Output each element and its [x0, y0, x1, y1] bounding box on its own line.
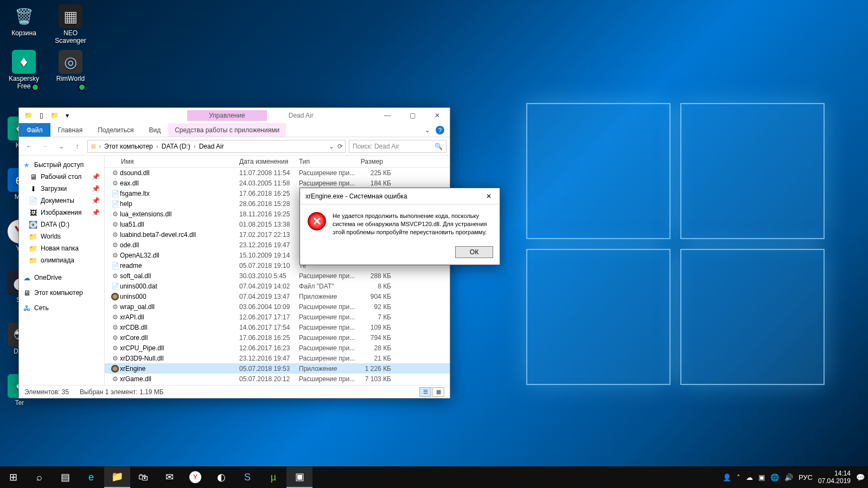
titlebar[interactable]: 📁 ▯ 📁 ▾ Управление Dead Air — ▢ ✕ — [19, 108, 450, 123]
crumb-pc[interactable]: Этот компьютер — [103, 143, 154, 150]
ok-button[interactable]: ОК — [455, 246, 493, 258]
desktop-icon-neo[interactable]: ▦NEO Scavenger — [51, 4, 90, 44]
search-button[interactable]: ⌕ — [26, 466, 52, 488]
ribbon-home[interactable]: Главная — [50, 123, 91, 137]
yandex-icon[interactable]: Y — [182, 466, 208, 488]
file-row[interactable]: ⚙xrGameSpy.dll18.06.2017 10:11Расширение… — [105, 384, 450, 385]
file-icon — [110, 365, 120, 373]
file-row[interactable]: ⚙wrap_oal.dll03.06.2004 10:09Расширение … — [105, 301, 450, 312]
volume-icon[interactable]: 🔊 — [784, 473, 793, 481]
side-olymp[interactable]: 📁олимпиада — [19, 254, 104, 266]
store-icon[interactable]: 🛍 — [130, 466, 156, 488]
addr-drop-icon[interactable]: ⌄ — [329, 143, 334, 150]
file-row[interactable]: xrEngine05.07.2018 19:53Приложение1 226 … — [105, 363, 450, 374]
search-box[interactable]: Поиск: Dead Air🔍 — [349, 140, 446, 153]
side-desktop[interactable]: 🖥Рабочий стол📌 — [19, 171, 104, 183]
explorer-taskbar-icon[interactable]: 📁 — [104, 466, 130, 488]
start-button[interactable]: ⊞ — [0, 466, 26, 488]
desktop-icon-recycle[interactable]: 🗑️Корзина — [4, 4, 43, 44]
clock[interactable]: 14:1407.04.2019 — [818, 470, 851, 485]
utorrent-icon[interactable]: µ — [260, 466, 286, 488]
crumb-folder[interactable]: Dead Air — [198, 143, 225, 150]
ribbon-apptools[interactable]: Средства работы с приложениями — [168, 123, 286, 137]
tray-app-icon[interactable]: ▣ — [758, 473, 765, 481]
steam-icon[interactable]: ◐ — [208, 466, 234, 488]
side-onedrive[interactable]: ☁OneDrive — [19, 272, 104, 284]
tray-expand-icon[interactable]: ˄ — [737, 473, 741, 481]
app-taskbar-icon[interactable]: ▣ — [286, 466, 312, 488]
ribbon-expand-icon[interactable]: ⌄ — [425, 126, 430, 134]
file-row[interactable]: 📄unins000.dat07.04.2019 14:02Файл "DAT"8… — [105, 281, 450, 291]
file-row[interactable]: ⚙xrCPU_Pipe.dll12.06.2017 16:23Расширени… — [105, 343, 450, 353]
file-date: 17.06.2018 16:25 — [239, 334, 299, 342]
file-row[interactable]: ⚙dsound.dll11.07.2008 11:54Расширение пр… — [105, 168, 450, 178]
file-size: 28 КБ — [358, 344, 391, 352]
close-button[interactable]: ✕ — [425, 108, 450, 123]
view-details-icon[interactable]: ☰ — [419, 387, 431, 397]
file-row[interactable]: ⚙soft_oal.dll30.03.2010 5:45Расширение п… — [105, 271, 450, 281]
dialog-titlebar[interactable]: xrEngine.exe - Системная ошибка ✕ — [300, 188, 500, 204]
file-row[interactable]: unins00007.04.2019 13:47Приложение904 КБ — [105, 291, 450, 301]
action-center-icon[interactable]: 💬 — [856, 473, 865, 481]
side-network[interactable]: 🖧Сеть — [19, 302, 104, 314]
qat-dropdown-icon[interactable]: ▾ — [61, 110, 73, 121]
ribbon-file[interactable]: Файл — [19, 123, 50, 137]
side-pictures[interactable]: 🖼Изображения📌 — [19, 207, 104, 219]
file-row[interactable]: ⚙xrCDB.dll14.06.2017 17:54Расширение при… — [105, 322, 450, 332]
crumb-drive[interactable]: DATA (D:) — [161, 143, 192, 150]
qat-new-icon[interactable]: 📁 — [48, 110, 60, 121]
quick-access[interactable]: ★Быстрый доступ — [19, 159, 104, 171]
lang-indicator[interactable]: РУС — [799, 473, 813, 481]
ribbon-share[interactable]: Поделиться — [90, 123, 141, 137]
file-row[interactable]: ⚙xrGame.dll05.07.2018 20:12Расширение пр… — [105, 374, 450, 384]
side-thispc[interactable]: 🖥Этот компьютер — [19, 287, 104, 299]
side-data-d[interactable]: 💽DATA (D:) — [19, 219, 104, 230]
file-row[interactable]: ⚙xrD3D9-Null.dll23.12.2016 19:47Расширен… — [105, 353, 450, 363]
drive-icon: 🖥 — [90, 143, 97, 150]
side-worlds[interactable]: 📁Worlds — [19, 230, 104, 242]
nav-back-icon[interactable]: ← — [22, 139, 36, 153]
col-date[interactable]: Дата изменения — [234, 158, 293, 165]
col-name[interactable]: Имя — [105, 158, 234, 165]
onedrive-tray-icon[interactable]: ☁ — [746, 473, 753, 481]
side-newfold[interactable]: 📁Новая папка — [19, 242, 104, 254]
edge-icon[interactable]: e — [78, 466, 104, 488]
col-type[interactable]: Тип — [293, 158, 352, 165]
file-date: 30.03.2010 5:45 — [239, 272, 299, 280]
taskview-button[interactable]: ▤ — [52, 466, 78, 488]
side-documents[interactable]: 📄Документы📌 — [19, 195, 104, 207]
file-icon: ⚙ — [110, 313, 120, 321]
file-name: soft_oal.dll — [120, 272, 239, 280]
nav-recent-icon[interactable]: ⌄ — [54, 139, 68, 153]
help-icon[interactable]: ? — [436, 126, 444, 134]
maximize-button[interactable]: ▢ — [400, 108, 425, 123]
file-type: Расширение при... — [299, 179, 358, 187]
file-row[interactable]: ⚙xrCore.dll17.06.2018 16:25Расширение пр… — [105, 332, 450, 343]
file-type: Расширение при... — [299, 355, 358, 362]
skype-icon[interactable]: S — [234, 466, 260, 488]
dialog-close-icon[interactable]: ✕ — [478, 188, 500, 204]
col-size[interactable]: Размер — [352, 158, 389, 165]
people-icon[interactable]: 👤 — [723, 473, 731, 481]
nav-up-icon[interactable]: ↑ — [70, 139, 84, 153]
file-row[interactable]: ⚙xrAPI.dll12.06.2017 17:17Расширение при… — [105, 312, 450, 322]
file-size: 225 КБ — [358, 169, 391, 177]
file-date: 23.12.2016 19:47 — [239, 355, 299, 362]
mail-icon[interactable]: ✉ — [156, 466, 182, 488]
desktop-icon-rimworld[interactable]: ◎RimWorld — [51, 50, 90, 90]
desktop-icon-kaspersky[interactable]: ♦Kaspersky Free — [4, 50, 43, 90]
file-size: 1 226 КБ — [358, 365, 391, 373]
file-type: Расширение при... — [299, 375, 358, 383]
nav-fwd-icon[interactable]: → — [38, 139, 52, 153]
file-row[interactable]: ⚙eax.dll24.03.2005 11:58Расширение при..… — [105, 178, 450, 188]
qat-props-icon[interactable]: ▯ — [35, 110, 47, 121]
refresh-icon[interactable]: ⟳ — [337, 143, 343, 150]
column-headers[interactable]: Имя Дата изменения Тип Размер — [105, 156, 450, 168]
minimize-button[interactable]: — — [375, 108, 400, 123]
side-downloads[interactable]: ⬇Загрузки📌 — [19, 183, 104, 195]
view-large-icon[interactable]: ▦ — [432, 387, 444, 397]
file-type: Расширение при... — [299, 303, 358, 311]
address-bar[interactable]: 🖥 ›Этот компьютер ›DATA (D:) ›Dead Air ⌄… — [87, 140, 346, 153]
network-icon[interactable]: 🌐 — [770, 473, 779, 481]
ribbon-view[interactable]: Вид — [141, 123, 168, 137]
